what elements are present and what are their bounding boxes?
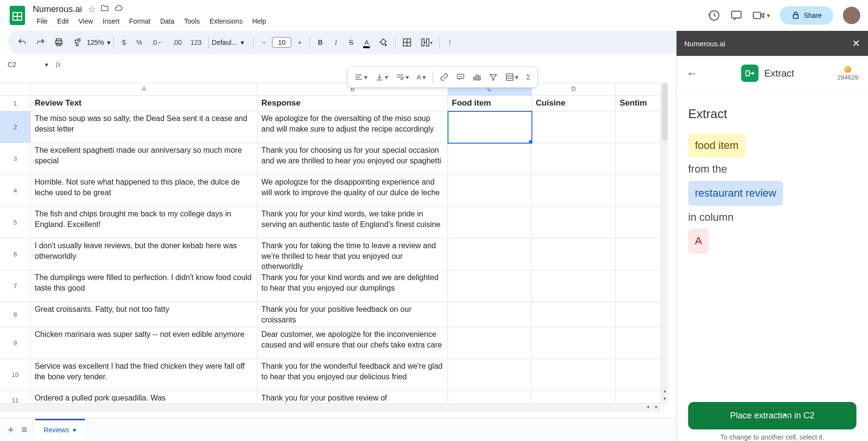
cell[interactable] <box>448 239 532 270</box>
doc-title[interactable]: Numerous.ai <box>33 4 82 14</box>
cell[interactable]: Chicken marinara was super salty -- not … <box>31 327 258 359</box>
cell[interactable]: I don't usually leave reviews, but the d… <box>31 239 258 270</box>
comment-icon[interactable] <box>730 9 743 22</box>
cell[interactable] <box>616 175 664 207</box>
row-header[interactable]: 6 <box>0 239 31 270</box>
decrease-font-button[interactable]: − <box>257 36 271 49</box>
align-button[interactable]: ▾ <box>352 70 370 84</box>
header-cell[interactable]: Response <box>258 96 448 111</box>
header-cell[interactable]: Food item <box>448 96 532 111</box>
cell[interactable]: Dear customer, we apologize for the inco… <box>258 327 448 359</box>
font-size-input[interactable]: 10 <box>272 37 291 48</box>
cell[interactable] <box>448 175 532 207</box>
column-header[interactable]: A <box>31 83 258 96</box>
add-sheet-button[interactable]: + <box>8 424 14 436</box>
column-header[interactable]: D <box>532 83 616 96</box>
row-header[interactable]: 10 <box>0 359 31 391</box>
history-icon[interactable] <box>708 9 720 22</box>
cell[interactable] <box>532 302 616 327</box>
cell[interactable]: The fish and chips brought me back to my… <box>31 207 258 239</box>
fill-color-button[interactable] <box>375 35 392 50</box>
print-button[interactable] <box>50 35 68 50</box>
wrap-button[interactable]: ▾ <box>393 70 412 84</box>
rotate-button[interactable]: A ▾ <box>414 70 429 84</box>
cell[interactable]: Thank you for choosing us for your speci… <box>258 143 448 175</box>
cell[interactable] <box>616 111 664 143</box>
font-family-select[interactable]: Defaul... ▾ <box>212 39 250 46</box>
avatar[interactable] <box>843 7 860 24</box>
cell[interactable]: The miso soup was so salty, the Dead Sea… <box>31 111 258 143</box>
more-button[interactable]: ⋮ <box>443 36 457 49</box>
menu-help[interactable]: Help <box>248 15 270 27</box>
increase-font-button[interactable]: + <box>292 36 307 49</box>
paint-format-button[interactable] <box>68 35 86 50</box>
cell[interactable]: Service was excellent I had the fried ch… <box>31 359 258 391</box>
percent-button[interactable]: % <box>132 36 147 49</box>
filter-views-button[interactable]: ▾ <box>502 70 521 84</box>
place-extraction-button[interactable]: Place extraction in C2 <box>688 402 856 429</box>
select-all-corner[interactable] <box>0 83 31 96</box>
undo-button[interactable] <box>14 35 31 50</box>
menu-view[interactable]: View <box>75 15 97 27</box>
cell[interactable] <box>448 207 532 239</box>
cell[interactable] <box>616 327 664 359</box>
comment-button[interactable] <box>453 70 468 84</box>
cell[interactable] <box>616 270 664 302</box>
cell[interactable] <box>448 359 532 391</box>
filter-button[interactable] <box>486 70 501 84</box>
cell[interactable] <box>448 111 532 143</box>
cell[interactable]: Thank you for the wonderful feedback and… <box>258 359 448 391</box>
cell[interactable]: We apologize for the disappointing exper… <box>258 175 448 207</box>
column-header[interactable] <box>616 83 664 96</box>
row-header[interactable]: 7 <box>0 270 31 302</box>
cell[interactable] <box>448 143 532 175</box>
cell[interactable] <box>532 327 616 359</box>
header-cell[interactable]: Sentim <box>616 96 664 111</box>
spreadsheet-grid[interactable]: ABCD1Review TextResponseFood itemCuisine… <box>0 83 668 412</box>
star-icon[interactable]: ☆ <box>88 4 95 14</box>
zoom-select[interactable]: 125% ▾ <box>87 39 110 46</box>
sheets-logo-icon[interactable] <box>8 6 27 25</box>
row-header[interactable]: 1 <box>0 96 31 111</box>
chart-button[interactable] <box>470 70 484 84</box>
cell[interactable]: Thank you for taking the time to leave a… <box>258 239 448 270</box>
cell[interactable]: We apologize for the oversalting of the … <box>258 111 448 143</box>
cell[interactable]: Thank you for your kind words and we are… <box>258 270 448 302</box>
header-cell[interactable]: Review Text <box>31 96 258 111</box>
italic-button[interactable]: I <box>328 36 343 49</box>
scroll-right-icon[interactable]: ▸ <box>652 404 661 409</box>
close-icon[interactable]: ✕ <box>852 38 860 49</box>
row-header[interactable]: 3 <box>0 143 31 175</box>
cell[interactable]: The dumplings were filled to perfection.… <box>31 270 258 302</box>
move-icon[interactable] <box>100 4 109 14</box>
text-color-button[interactable]: A <box>359 36 374 49</box>
chip-source-type[interactable]: restaurant review <box>688 181 783 206</box>
cell[interactable]: Great croissants. Fatty, but not too fat… <box>31 302 258 327</box>
chip-extract-target[interactable]: food item <box>688 133 746 158</box>
cell[interactable] <box>532 207 616 239</box>
sheet-tab-active[interactable]: Reviews ▾ <box>35 419 85 440</box>
cell[interactable] <box>532 239 616 270</box>
menu-edit[interactable]: Edit <box>54 15 73 27</box>
functions-button[interactable]: Σ <box>523 70 533 84</box>
all-sheets-button[interactable]: ≡ <box>22 424 27 435</box>
menu-tools[interactable]: Tools <box>180 15 204 27</box>
bold-button[interactable]: B <box>313 36 327 49</box>
menu-data[interactable]: Data <box>156 15 178 27</box>
row-header[interactable]: 5 <box>0 207 31 239</box>
cloud-icon[interactable] <box>114 4 123 14</box>
cell[interactable] <box>616 143 664 175</box>
menu-format[interactable]: Format <box>125 15 154 27</box>
strikethrough-button[interactable]: S <box>344 36 358 49</box>
borders-button[interactable] <box>398 35 416 50</box>
scroll-up-icon[interactable]: ▴ <box>661 388 668 396</box>
menu-file[interactable]: File <box>33 15 52 27</box>
share-button[interactable]: Share <box>780 6 833 25</box>
menu-extensions[interactable]: Extensions <box>205 15 246 27</box>
cell[interactable] <box>448 327 532 359</box>
valign-button[interactable]: ▾ <box>372 70 391 84</box>
merge-button[interactable]: ▾ <box>417 35 436 50</box>
cell[interactable] <box>532 270 616 302</box>
cell[interactable]: The excellent spaghetti made our anniver… <box>31 143 258 175</box>
cell[interactable] <box>616 359 664 391</box>
